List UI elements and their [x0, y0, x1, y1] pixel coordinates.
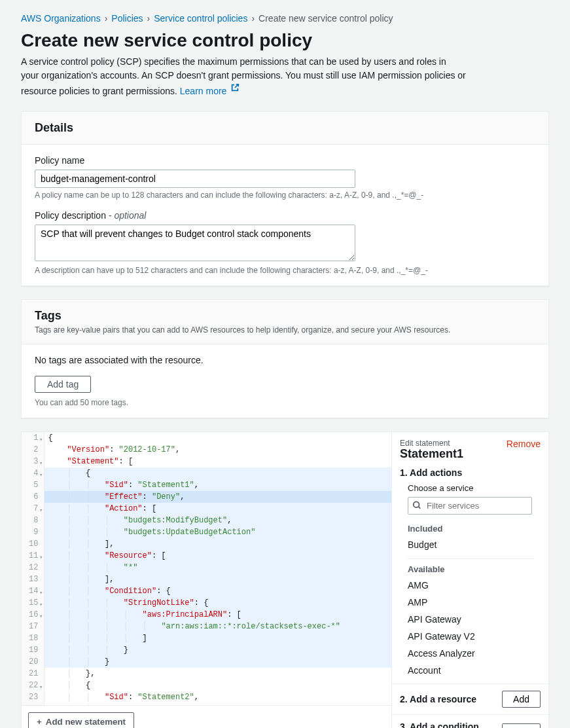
policy-name-label: Policy name [35, 155, 535, 166]
search-icon [412, 500, 421, 511]
line-gutter: 5 [22, 479, 44, 491]
add-statement-button[interactable]: + Add new statement [28, 712, 134, 728]
service-item[interactable]: AMG [408, 577, 541, 594]
tags-empty: No tags are associated with the resource… [35, 355, 535, 365]
policy-desc-hint: A description can have up to 512 charact… [35, 266, 535, 275]
line-gutter: 16▾ [22, 609, 44, 621]
add-resource-button[interactable]: Add [502, 691, 541, 708]
line-gutter: 4▾ [22, 467, 44, 479]
code-line[interactable]: │ │ "Sid": "Statement2", [44, 691, 391, 703]
plus-icon: + [37, 717, 42, 727]
edit-statement-label: Edit statement [400, 439, 463, 448]
tags-panel: Tags Tags are key-value pairs that you c… [21, 299, 549, 418]
line-gutter: 21 [22, 668, 44, 680]
breadcrumb-link[interactable]: AWS Organizations [21, 13, 101, 24]
code-line[interactable]: │ │ │ │ ] [44, 632, 391, 644]
line-gutter: 14▾ [22, 585, 44, 597]
policy-editor: 1▾{2 "Version": "2012-10-17",3▾ "Stateme… [21, 431, 549, 728]
service-item[interactable]: Account [408, 662, 541, 679]
line-gutter: 8 [22, 515, 44, 526]
code-line[interactable]: │ │ │ "budgets:ModifyBudget", [44, 515, 391, 526]
code-line[interactable]: │ │ "Resource": [ [44, 550, 391, 562]
breadcrumb-link[interactable]: Policies [111, 13, 143, 24]
line-gutter: 18 [22, 632, 44, 644]
code-line[interactable]: │ │ ], [44, 573, 391, 585]
tags-subtitle: Tags are key-value pairs that you can ad… [35, 325, 535, 335]
line-gutter: 6 [22, 491, 44, 503]
line-gutter: 12 [22, 562, 44, 573]
line-gutter: 7▾ [22, 503, 44, 515]
line-gutter: 9 [22, 526, 44, 538]
policy-name-hint: A policy name can be up to 128 character… [35, 191, 535, 200]
line-gutter: 23 [22, 691, 44, 703]
line-gutter: 11▾ [22, 550, 44, 562]
line-gutter: 22▾ [22, 680, 44, 691]
code-line[interactable]: "Version": "2012-10-17", [44, 444, 391, 456]
step-add-actions: 1. Add actions [400, 467, 541, 478]
details-title: Details [35, 121, 535, 135]
line-gutter: 2 [22, 444, 44, 456]
code-line[interactable]: │ │ │ │ │ "arn:aws:iam::*:role/stacksets… [44, 621, 391, 632]
statement-name: Statement1 [400, 448, 463, 460]
tags-hint: You can add 50 more tags. [35, 398, 535, 407]
chevron-right-icon: › [251, 13, 255, 24]
line-gutter: 15▾ [22, 597, 44, 609]
learn-more-link[interactable]: Learn more [180, 86, 240, 96]
step-add-condition: 3. Add a condition (optional) Add [392, 714, 548, 728]
tags-title: Tags [35, 309, 535, 323]
code-line[interactable]: │ }, [44, 668, 391, 680]
code-line[interactable]: "Statement": [ [44, 456, 391, 467]
line-gutter: 3▾ [22, 456, 44, 467]
service-item[interactable]: Activate [408, 679, 541, 683]
details-panel: Details Policy name A policy name can be… [21, 111, 549, 286]
line-gutter: 17 [22, 621, 44, 632]
service-item[interactable]: API Gateway [408, 611, 541, 628]
available-label: Available [400, 564, 541, 574]
code-line[interactable]: │ { [44, 467, 391, 479]
chevron-right-icon: › [147, 13, 151, 24]
code-line[interactable]: │ │ ], [44, 538, 391, 550]
line-gutter: 20 [22, 656, 44, 668]
remove-statement-link[interactable]: Remove [507, 439, 541, 449]
breadcrumb: AWS Organizations › Policies › Service c… [21, 13, 549, 24]
chevron-right-icon: › [105, 13, 108, 24]
line-gutter: 19 [22, 644, 44, 656]
code-line[interactable]: │ │ "Condition": { [44, 585, 391, 597]
line-gutter: 24 [22, 703, 44, 705]
code-line[interactable]: │ │ } [44, 656, 391, 668]
code-editor[interactable]: 1▾{2 "Version": "2012-10-17",3▾ "Stateme… [22, 432, 391, 705]
code-line[interactable]: │ │ "Action": [ [44, 503, 391, 515]
service-item[interactable]: Access Analyzer [408, 645, 541, 662]
line-gutter: 10 [22, 538, 44, 550]
code-line[interactable]: │ │ │ "budgets:UpdateBudgetAction" [44, 526, 391, 538]
service-item[interactable]: AMP [408, 594, 541, 611]
external-link-icon [230, 82, 240, 96]
page-title: Create new service control policy [21, 30, 549, 51]
code-line[interactable]: │ │ │ │ "aws:PrincipalARN": [ [44, 609, 391, 621]
step-add-resource: 2. Add a resource Add [392, 683, 548, 714]
breadcrumb-link[interactable]: Service control policies [154, 13, 247, 24]
code-line[interactable]: { [44, 432, 391, 444]
service-item[interactable]: Budget [408, 536, 541, 553]
page-description: A service control policy (SCP) specifies… [21, 55, 466, 98]
included-label: Included [400, 524, 541, 534]
policy-desc-input[interactable] [35, 225, 355, 261]
code-line[interactable]: │ │ │ "*" [44, 562, 391, 573]
code-line[interactable]: │ │ "Sid": "Statement1", [44, 479, 391, 491]
svg-point-0 [414, 501, 419, 507]
add-tag-button[interactable]: Add tag [35, 376, 91, 393]
policy-desc-label: Policy description - optional [35, 210, 535, 221]
breadcrumb-current: Create new service control policy [258, 13, 393, 24]
filter-services-input[interactable] [408, 497, 532, 515]
add-condition-button[interactable]: Add [502, 723, 541, 728]
policy-name-input[interactable] [35, 170, 355, 188]
service-item[interactable]: API Gateway V2 [408, 628, 541, 645]
line-gutter: 13 [22, 573, 44, 585]
code-line[interactable]: │ │ "Effect": "Deny", [44, 491, 391, 503]
statement-side-panel: Edit statement Statement1 Remove 1. Add … [391, 432, 548, 728]
code-line[interactable]: │ │ "Effect": "Deny", [44, 703, 391, 705]
line-gutter: 1▾ [22, 432, 44, 444]
code-line[interactable]: │ { [44, 680, 391, 691]
code-line[interactable]: │ │ │ "StringNotLike": { [44, 597, 391, 609]
code-line[interactable]: │ │ │ } [44, 644, 391, 656]
